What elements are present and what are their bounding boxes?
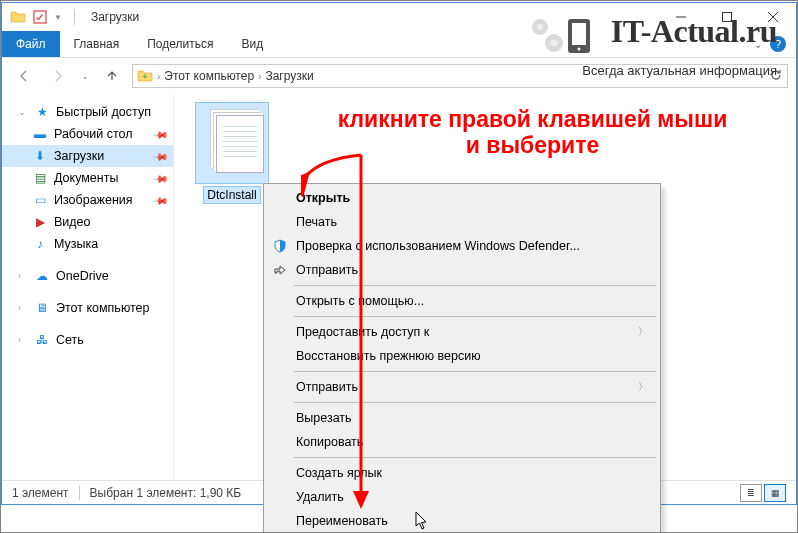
ctx-label: Предоставить доступ к: [296, 325, 429, 339]
ctx-copy[interactable]: Копировать: [266, 430, 658, 454]
icons-view-button[interactable]: ▦: [764, 484, 786, 502]
tab-label: Поделиться: [147, 37, 213, 51]
ctx-restore-prev[interactable]: Восстановить прежнюю версию: [266, 344, 658, 368]
pin-icon: 📌: [153, 192, 169, 208]
pictures-icon: ▭: [32, 192, 48, 208]
pc-icon: 🖥: [34, 300, 50, 316]
tab-label: Главная: [74, 37, 120, 51]
downloads-icon: ⬇: [32, 148, 48, 164]
refresh-icon[interactable]: [769, 68, 783, 85]
nav-label: Видео: [54, 215, 91, 229]
up-button[interactable]: [98, 63, 126, 89]
expander-icon[interactable]: ⌄: [18, 107, 28, 117]
ctx-grant-access[interactable]: Предоставить доступ к〉: [266, 320, 658, 344]
ctx-label: Открыть с помощью...: [296, 294, 424, 308]
nav-label: Музыка: [54, 237, 98, 251]
item-count: 1 элемент: [12, 486, 69, 500]
ctx-label: Отправить: [296, 380, 358, 394]
svg-rect-2: [723, 13, 732, 22]
nav-desktop[interactable]: ▬ Рабочий стол 📌: [2, 123, 173, 145]
music-icon: ♪: [32, 236, 48, 252]
details-view-button[interactable]: ≣: [740, 484, 762, 502]
tab-view[interactable]: Вид: [227, 31, 277, 57]
selection-info: Выбран 1 элемент: 1,90 КБ: [90, 486, 242, 500]
nav-downloads[interactable]: ⬇ Загрузки 📌: [2, 145, 173, 167]
nav-label: OneDrive: [56, 269, 109, 283]
nav-label: Загрузки: [54, 149, 104, 163]
ctx-label: Удалить: [296, 490, 344, 504]
address-row: ⌄ › Этот компьютер › Загрузки: [2, 58, 796, 94]
nav-onedrive[interactable]: › ☁ OneDrive: [2, 265, 173, 287]
ribbon-tabs: Файл Главная Поделиться Вид ⌄ ?: [2, 31, 796, 58]
ctx-label: Проверка с использованием Windows Defend…: [296, 239, 580, 253]
ctx-open-with[interactable]: Открыть с помощью...: [266, 289, 658, 313]
titlebar: ▼ Загрузки: [2, 3, 796, 31]
star-icon: ★: [34, 104, 50, 120]
onedrive-icon: ☁: [34, 268, 50, 284]
nav-pictures[interactable]: ▭ Изображения 📌: [2, 189, 173, 211]
nav-music[interactable]: ♪ Музыка: [2, 233, 173, 255]
nav-network[interactable]: › 🖧 Сеть: [2, 329, 173, 351]
ctx-label: Открыть: [296, 191, 350, 205]
videos-icon: ▶: [32, 214, 48, 230]
ctx-send-to[interactable]: Отправить〉: [266, 375, 658, 399]
ctx-cut[interactable]: Вырезать: [266, 406, 658, 430]
folder-icon: [10, 9, 26, 25]
expander-icon[interactable]: ›: [18, 271, 28, 281]
qat-properties-icon[interactable]: [32, 9, 48, 25]
navigation-pane: ⌄ ★ Быстрый доступ ▬ Рабочий стол 📌 ⬇ За…: [2, 95, 174, 480]
breadcrumb-root[interactable]: Этот компьютер: [164, 69, 254, 83]
help-icon[interactable]: ?: [770, 36, 786, 52]
nav-quick-access[interactable]: ⌄ ★ Быстрый доступ: [2, 101, 173, 123]
ctx-print[interactable]: Печать: [266, 210, 658, 234]
ctx-label: Вырезать: [296, 411, 352, 425]
qat-chevron-icon[interactable]: ▼: [54, 13, 62, 22]
ribbon-expand-icon[interactable]: ⌄: [754, 39, 762, 50]
chevron-right-icon: 〉: [638, 325, 648, 339]
history-chevron-icon[interactable]: ⌄: [78, 63, 92, 89]
file-tab-label: Файл: [16, 37, 46, 51]
ctx-open[interactable]: Открыть: [266, 186, 658, 210]
back-button[interactable]: [10, 63, 38, 89]
tab-home[interactable]: Главная: [60, 31, 134, 57]
context-menu: Открыть Печать Проверка с использованием…: [263, 183, 661, 533]
ctx-delete[interactable]: Удалить: [266, 485, 658, 509]
ctx-label: Восстановить прежнюю версию: [296, 349, 481, 363]
address-bar[interactable]: › Этот компьютер › Загрузки: [132, 64, 788, 88]
nav-label: Сеть: [56, 333, 84, 347]
ctx-label: Копировать: [296, 435, 363, 449]
nav-documents[interactable]: ▤ Документы 📌: [2, 167, 173, 189]
forward-button[interactable]: [44, 63, 72, 89]
close-button[interactable]: [750, 3, 796, 31]
ctx-label: Отправить: [296, 263, 358, 277]
maximize-button[interactable]: [704, 3, 750, 31]
network-icon: 🖧: [34, 332, 50, 348]
pin-icon: 📌: [153, 126, 169, 142]
nav-label: Этот компьютер: [56, 301, 149, 315]
nav-this-pc[interactable]: › 🖥 Этот компьютер: [2, 297, 173, 319]
expander-icon[interactable]: ›: [18, 303, 28, 313]
file-icon: [195, 102, 269, 184]
share-icon: [272, 262, 288, 278]
minimize-button[interactable]: [658, 3, 704, 31]
pin-icon: 📌: [153, 148, 169, 164]
documents-icon: ▤: [32, 170, 48, 186]
tab-label: Вид: [241, 37, 263, 51]
nav-label: Быстрый доступ: [56, 105, 151, 119]
ctx-share[interactable]: Отправить: [266, 258, 658, 282]
ctx-create-shortcut[interactable]: Создать ярлык: [266, 461, 658, 485]
chevron-right-icon[interactable]: ›: [157, 71, 160, 82]
ctx-defender[interactable]: Проверка с использованием Windows Defend…: [266, 234, 658, 258]
file-tab[interactable]: Файл: [2, 31, 60, 57]
ctx-rename[interactable]: Переименовать: [266, 509, 658, 533]
tab-share[interactable]: Поделиться: [133, 31, 227, 57]
nav-videos[interactable]: ▶ Видео: [2, 211, 173, 233]
window-title: Загрузки: [91, 10, 139, 24]
nav-label: Документы: [54, 171, 118, 185]
breadcrumb-current[interactable]: Загрузки: [265, 69, 313, 83]
ctx-label: Создать ярлык: [296, 466, 382, 480]
ctx-label: Печать: [296, 215, 337, 229]
ctx-label: Переименовать: [296, 514, 388, 528]
chevron-right-icon[interactable]: ›: [258, 71, 261, 82]
expander-icon[interactable]: ›: [18, 335, 28, 345]
